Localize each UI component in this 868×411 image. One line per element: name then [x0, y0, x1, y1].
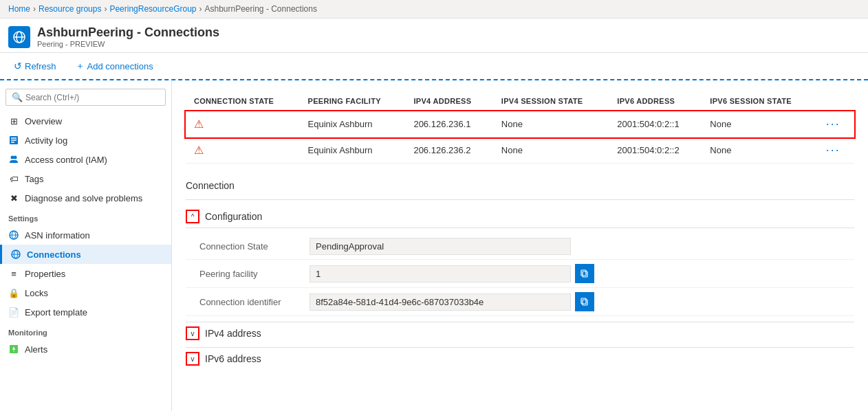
col-ipv6-session-state: IPV6 SESSION STATE — [702, 91, 817, 111]
row2-ipv6-address: 2001:504:0:2::2 — [609, 137, 702, 164]
table-row[interactable]: ⚠ Equinix Ashburn 206.126.236.1 None 200… — [186, 111, 854, 137]
sidebar-item-access-control[interactable]: Access control (IAM) — [0, 150, 171, 169]
toolbar: ↺ Refresh ＋ Add connections — [0, 53, 868, 80]
ipv6-toggle-button[interactable]: v — [186, 352, 199, 366]
sidebar-search-container[interactable]: 🔍 — [6, 89, 166, 106]
copy-connection-id-button[interactable] — [575, 292, 594, 311]
table-row[interactable]: ⚠ Equinix Ashburn 206.126.236.2 None 200… — [186, 137, 854, 164]
form-value-connection-state[interactable] — [310, 238, 571, 255]
sidebar-label-activity-log: Activity log — [25, 135, 67, 146]
form-row-connection-state: Connection State — [186, 234, 854, 260]
ipv4-address-section: v IPv4 address — [186, 322, 854, 344]
row2-ipv6-session-state: None — [702, 137, 817, 164]
more-actions-button-2[interactable]: ··· — [826, 143, 840, 157]
diagnose-icon: ✖ — [8, 192, 19, 203]
sidebar-label-access-control: Access control (IAM) — [25, 155, 107, 165]
refresh-icon: ↺ — [14, 60, 22, 71]
table-header-row: CONNECTION STATE PEERING FACILITY IPV4 A… — [186, 91, 854, 111]
more-actions-button[interactable]: ··· — [826, 117, 840, 131]
page-header: AshburnPeering - Connections Peering - P… — [0, 19, 868, 53]
col-connection-state: CONNECTION STATE — [186, 91, 300, 111]
access-control-icon — [8, 154, 19, 165]
svg-point-8 — [14, 156, 17, 159]
config-header-label: Configuration — [205, 211, 262, 222]
breadcrumb-home[interactable]: Home — [8, 4, 30, 14]
locks-icon: 🔒 — [8, 287, 19, 298]
sidebar-item-overview[interactable]: ⊞ Overview — [0, 111, 171, 131]
row1-ipv4-session-state: None — [493, 111, 609, 137]
breadcrumb-resource-groups[interactable]: Resource groups — [39, 4, 101, 14]
config-section: ^ Configuration Connection State Peering… — [186, 206, 854, 316]
row2-connection-state: ⚠ — [186, 137, 300, 164]
sidebar-item-activity-log[interactable]: Activity log — [0, 131, 171, 150]
alerts-icon — [8, 344, 19, 355]
monitoring-section-label: Monitoring — [0, 322, 171, 340]
row1-peering-facility: Equinix Ashburn — [300, 111, 406, 137]
refresh-button[interactable]: ↺ Refresh — [8, 58, 62, 74]
col-actions — [818, 91, 854, 111]
copy-peering-facility-button[interactable] — [575, 264, 594, 283]
sidebar-label-locks: Locks — [25, 288, 48, 298]
sidebar: 🔍 ⊞ Overview Activity log Access control… — [0, 80, 172, 411]
sidebar-label-export-template: Export template — [25, 307, 87, 318]
connections-icon — [10, 249, 21, 260]
row2-ipv4-session-state: None — [493, 137, 609, 164]
warning-icon: ⚠ — [194, 118, 204, 130]
tags-icon: 🏷 — [8, 173, 19, 184]
row1-ipv4-address: 206.126.236.1 — [405, 111, 492, 137]
add-icon: ＋ — [76, 60, 85, 72]
row1-connection-state: ⚠ — [186, 111, 300, 137]
sidebar-item-asn[interactable]: ASN information — [0, 225, 171, 245]
asn-icon — [8, 230, 19, 241]
sidebar-item-locks[interactable]: 🔒 Locks — [0, 283, 171, 302]
sidebar-label-overview: Overview — [25, 116, 62, 126]
form-value-connection-identifier[interactable] — [310, 293, 571, 311]
sidebar-label-asn: ASN information — [25, 230, 90, 241]
sidebar-item-export-template[interactable]: 📄 Export template — [0, 302, 171, 322]
content-area: CONNECTION STATE PEERING FACILITY IPV4 A… — [172, 80, 868, 411]
page-icon — [8, 26, 30, 48]
form-row-peering-facility: Peering facility — [186, 260, 854, 288]
svg-rect-15 — [583, 271, 587, 277]
col-ipv4-address: IPV4 ADDRESS — [405, 91, 492, 111]
col-ipv6-address: IPV6 ADDRESS — [609, 91, 702, 111]
breadcrumb: Home › Resource groups › PeeringResource… — [0, 0, 868, 19]
page-title: AshburnPeering - Connections — [37, 25, 219, 40]
sidebar-item-properties[interactable]: ≡ Properties — [0, 264, 171, 283]
sidebar-item-alerts[interactable]: Alerts — [0, 340, 171, 359]
sidebar-item-diagnose[interactable]: ✖ Diagnose and solve problems — [0, 188, 171, 208]
connection-section-title: Connection — [186, 175, 854, 197]
row1-ipv6-session-state: None — [702, 111, 817, 137]
sidebar-item-tags[interactable]: 🏷 Tags — [0, 169, 171, 188]
form-label-peering-facility: Peering facility — [186, 269, 310, 279]
sidebar-label-alerts: Alerts — [25, 344, 47, 355]
row1-more-actions[interactable]: ··· — [818, 111, 854, 137]
svg-rect-16 — [581, 270, 586, 276]
breadcrumb-peering-resource-group[interactable]: PeeringResourceGroup — [109, 4, 196, 14]
breadcrumb-current: AshburnPeering - Connections — [204, 4, 316, 14]
sidebar-label-properties: Properties — [25, 269, 65, 279]
ipv6-section-label: IPv6 address — [205, 353, 261, 364]
ipv4-section-label: IPv4 address — [205, 328, 261, 339]
export-template-icon: 📄 — [8, 307, 19, 318]
form-value-peering-facility[interactable] — [310, 265, 571, 282]
overview-icon: ⊞ — [8, 115, 19, 126]
settings-section-label: Settings — [0, 208, 171, 225]
add-connections-button[interactable]: ＋ Add connections — [70, 57, 159, 75]
search-icon: 🔍 — [12, 92, 23, 102]
svg-rect-17 — [583, 300, 587, 305]
form-label-connection-state: Connection State — [186, 241, 310, 252]
ipv4-toggle-button[interactable]: v — [186, 326, 199, 340]
sidebar-label-diagnose: Diagnose and solve problems — [25, 193, 142, 203]
row2-more-actions[interactable]: ··· — [818, 137, 854, 164]
connections-table: CONNECTION STATE PEERING FACILITY IPV4 A… — [186, 91, 854, 164]
config-toggle-button[interactable]: ^ — [186, 210, 199, 223]
row1-ipv6-address: 2001:504:0:2::1 — [609, 111, 702, 137]
sidebar-item-connections[interactable]: Connections — [0, 245, 171, 264]
svg-rect-18 — [581, 298, 586, 304]
section-divider — [186, 199, 854, 200]
activity-log-icon — [8, 135, 19, 146]
form-label-connection-identifier: Connection identifier — [186, 297, 310, 307]
search-input[interactable] — [25, 93, 160, 102]
sidebar-label-connections: Connections — [27, 249, 81, 260]
